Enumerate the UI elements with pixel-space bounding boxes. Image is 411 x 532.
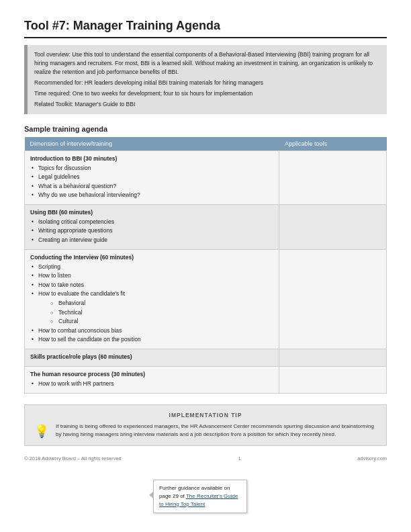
bullet-item: How to take notes bbox=[30, 281, 273, 290]
row-title: The human resource process (30 minutes) bbox=[30, 371, 273, 378]
overview-recommended: Recommended for: HR leaders developing i… bbox=[34, 79, 380, 87]
tooltip-popup: Further guidance available on page 29 of… bbox=[153, 480, 247, 513]
row-title: Skills practice/role plays (60 minutes) bbox=[30, 353, 273, 360]
bullet-item: How to evaluate the candidate's fit Beha… bbox=[30, 290, 273, 326]
row-bullets: Scripting How to listen How to take note… bbox=[30, 263, 273, 345]
bullet-item: How to work with HR partners bbox=[30, 380, 273, 389]
footer-page-number: 1 bbox=[238, 455, 240, 461]
table-row: Introduction to BBI (30 minutes) Topics … bbox=[25, 150, 387, 204]
impl-tip-inner: 💡 If training is being offered to experi… bbox=[34, 423, 377, 439]
impl-tip-text: If training is being offered to experien… bbox=[56, 423, 377, 439]
row-title: Conducting the Interview (60 minutes) bbox=[30, 254, 273, 261]
overview-toolkit: Related Toolkit: Manager's Guide to BBI bbox=[34, 100, 380, 109]
row-title: Using BBI (60 minutes) bbox=[30, 209, 273, 216]
bullet-item: Writing appropriate questions bbox=[30, 226, 273, 236]
bullet-item: What is a behavioral question? bbox=[30, 182, 273, 191]
row-bullets: Isolating critical competencies Writing … bbox=[30, 218, 273, 245]
impl-tip-title: IMPLEMENTATION TIP bbox=[34, 412, 377, 418]
row-bullets: Topics for discussion Legal guidelines W… bbox=[30, 164, 273, 200]
bullet-item: Legal guidelines bbox=[30, 173, 273, 182]
row-bullets: How to work with HR partners bbox=[30, 380, 273, 389]
bullet-item: How to combat unconscious bias bbox=[30, 326, 273, 336]
col-header-dimension: Dimension of interview/training bbox=[25, 137, 279, 151]
table-header-row: Dimension of interview/training Applicab… bbox=[25, 137, 387, 151]
bullet-item: Topics for discussion bbox=[30, 164, 273, 173]
page-title: Tool #7: Manager Training Agenda bbox=[24, 19, 387, 38]
table-cell-dimension: Introduction to BBI (30 minutes) Topics … bbox=[25, 150, 279, 204]
training-table-wrapper: Dimension of interview/training Applicab… bbox=[24, 137, 387, 394]
bullet-item: Isolating critical competencies bbox=[30, 218, 273, 227]
table-cell-dimension: Using BBI (60 minutes) Isolating critica… bbox=[25, 204, 279, 249]
section-title: Sample training agenda bbox=[24, 125, 387, 133]
table-cell-tools bbox=[279, 249, 387, 349]
table-row: Skills practice/role plays (60 minutes) bbox=[25, 349, 387, 367]
bullet-item: Scripting bbox=[30, 263, 273, 272]
training-table: Dimension of interview/training Applicab… bbox=[24, 137, 387, 394]
bullet-item: How to listen bbox=[30, 271, 273, 281]
row-title: Introduction to BBI (30 minutes) bbox=[30, 155, 273, 162]
table-cell-tools bbox=[279, 349, 387, 367]
sub-bullet-list: Behavioral Technical Cultural bbox=[49, 299, 273, 326]
bullet-item: How to sell the candidate on the positio… bbox=[30, 335, 273, 345]
bullet-item: Why do we use behavioral interviewing? bbox=[30, 191, 273, 200]
impl-tip-content: IMPLEMENTATION TIP 💡 If training is bein… bbox=[34, 412, 377, 439]
table-cell-dimension: The human resource process (30 minutes) … bbox=[25, 367, 279, 394]
sub-bullet-item: Technical bbox=[49, 308, 273, 318]
bullet-item: Creating an interview guide bbox=[30, 236, 273, 245]
table-cell-dimension: Conducting the Interview (60 minutes) Sc… bbox=[25, 249, 279, 349]
overview-box: Tool overview: Use this tool to understa… bbox=[24, 45, 387, 114]
table-row: Conducting the Interview (60 minutes) Sc… bbox=[25, 249, 387, 349]
col-header-tools: Applicable tools bbox=[279, 137, 387, 151]
table-cell-tools bbox=[279, 367, 387, 394]
overview-body: Tool overview: Use this tool to understa… bbox=[34, 50, 380, 76]
bulb-icon: 💡 bbox=[34, 424, 49, 439]
sub-bullet-item: Cultural bbox=[49, 317, 273, 326]
table-row: Using BBI (60 minutes) Isolating critica… bbox=[25, 204, 387, 249]
footer-url: advisory.com bbox=[357, 455, 387, 461]
sub-bullet-item: Behavioral bbox=[49, 299, 273, 308]
footer-copyright: © 2018 Advisory Board – All rights reser… bbox=[24, 455, 122, 461]
overview-time: Time required: One to two weeks for deve… bbox=[34, 89, 380, 98]
table-cell-tools bbox=[279, 204, 387, 249]
implementation-tip-box: IMPLEMENTATION TIP 💡 If training is bein… bbox=[24, 404, 387, 446]
footer: © 2018 Advisory Board – All rights reser… bbox=[24, 455, 387, 461]
table-row: The human resource process (30 minutes) … bbox=[25, 367, 387, 394]
table-cell-dimension: Skills practice/role plays (60 minutes) bbox=[25, 349, 279, 367]
table-cell-tools bbox=[279, 150, 387, 204]
